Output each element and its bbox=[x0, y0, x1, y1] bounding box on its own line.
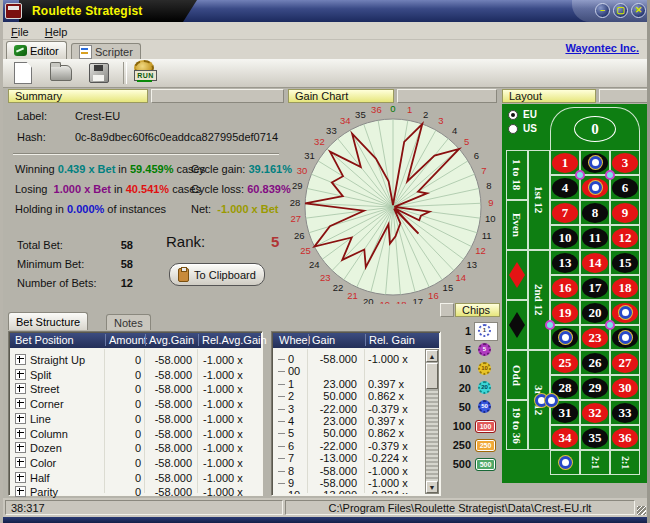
menu-item-file[interactable]: File bbox=[3, 24, 37, 38]
table-number-8[interactable]: 8 bbox=[580, 200, 610, 225]
new-button[interactable] bbox=[9, 61, 37, 85]
bet-structure-row[interactable]: Corner0-58.000-1.000 x bbox=[9, 398, 262, 412]
table-number-13[interactable]: 13 bbox=[550, 250, 580, 275]
column-bet-3[interactable]: 2:1 bbox=[610, 450, 640, 475]
column-bet-2[interactable]: 2:1 bbox=[580, 450, 610, 475]
placed-bet-chip[interactable] bbox=[605, 170, 615, 180]
chip-option-250[interactable]: 250250 bbox=[443, 438, 499, 454]
bet-structure-row[interactable]: Straight Up0-58.000-1.000 x bbox=[9, 354, 262, 368]
resize-grip[interactable] bbox=[637, 506, 646, 515]
outside-bet-1-to-18[interactable]: 1 to 18 bbox=[506, 150, 528, 200]
table-number-30[interactable]: 30 bbox=[610, 375, 640, 400]
expand-icon[interactable] bbox=[15, 413, 26, 424]
placed-bet-chip[interactable] bbox=[559, 456, 572, 469]
placed-bet-chip[interactable] bbox=[545, 320, 555, 330]
bet-structure-row[interactable]: Column0-58.000-1.000 x bbox=[9, 428, 262, 442]
expand-icon[interactable] bbox=[15, 383, 26, 394]
expand-icon[interactable] bbox=[15, 486, 26, 497]
table-number-9[interactable]: 9 bbox=[610, 200, 640, 225]
chip-option-10[interactable]: 1010 bbox=[443, 362, 499, 378]
tab-bet-structure[interactable]: Bet Structure bbox=[8, 312, 88, 330]
expand-icon[interactable] bbox=[15, 369, 26, 380]
table-number-14[interactable]: 14 bbox=[580, 250, 610, 275]
table-number-18[interactable]: 18 bbox=[610, 275, 640, 300]
table-number-15[interactable]: 15 bbox=[610, 250, 640, 275]
bet-structure-row[interactable]: Half0-58.000-1.000 x bbox=[9, 472, 262, 486]
table-number-32[interactable]: 32 bbox=[580, 400, 610, 425]
run-button[interactable]: RUN bbox=[131, 59, 157, 83]
placed-bet-chip[interactable] bbox=[605, 320, 615, 330]
table-number-23[interactable]: 23 bbox=[580, 325, 610, 350]
placed-bet-chip[interactable] bbox=[575, 170, 585, 180]
minimize-button[interactable]: – bbox=[595, 3, 610, 18]
placed-bet-chip[interactable] bbox=[619, 306, 632, 319]
save-button[interactable] bbox=[85, 61, 113, 85]
radio-eu[interactable]: EU bbox=[508, 109, 537, 120]
brand-link[interactable]: Wayontec Inc. bbox=[565, 42, 639, 54]
expand-icon[interactable] bbox=[15, 442, 26, 453]
table-number-7[interactable]: 7 bbox=[550, 200, 580, 225]
table-number-3[interactable]: 3 bbox=[610, 150, 640, 175]
tab-scripter[interactable]: Scripter bbox=[71, 43, 141, 59]
table-number-27[interactable]: 27 bbox=[610, 350, 640, 375]
menu-item-help[interactable]: Help bbox=[37, 24, 76, 38]
placed-bet-chip[interactable] bbox=[559, 331, 572, 344]
bet-structure-row[interactable]: Street0-58.000-1.000 x bbox=[9, 383, 262, 397]
red-bet-diamond[interactable] bbox=[506, 250, 528, 300]
chip-option-20[interactable]: 2020 bbox=[443, 381, 499, 397]
radio-us[interactable]: US bbox=[508, 123, 537, 134]
table-number-26[interactable]: 26 bbox=[580, 350, 610, 375]
wheel-scrollbar[interactable]: ▲ ▼ bbox=[425, 349, 439, 494]
expand-icon[interactable] bbox=[15, 457, 26, 468]
zero-cell[interactable]: 0 bbox=[550, 107, 640, 150]
tab-notes[interactable]: Notes bbox=[106, 314, 151, 330]
expand-icon[interactable] bbox=[15, 354, 26, 365]
tab-editor[interactable]: Editor bbox=[6, 41, 67, 59]
chip-option-100[interactable]: 100100 bbox=[443, 419, 499, 435]
table-number-11[interactable]: 11 bbox=[580, 225, 610, 250]
table-number-29[interactable]: 29 bbox=[580, 375, 610, 400]
table-number-33[interactable]: 33 bbox=[610, 400, 640, 425]
expand-icon[interactable] bbox=[15, 428, 26, 439]
scroll-thumb[interactable] bbox=[426, 363, 438, 389]
wheel-number-label: 34 bbox=[340, 115, 351, 126]
chip-option-500[interactable]: 500500 bbox=[443, 457, 499, 473]
placed-bet-chip[interactable] bbox=[619, 331, 632, 344]
open-button[interactable] bbox=[47, 61, 75, 85]
bet-structure-row[interactable]: Dozen0-58.000-1.000 x bbox=[9, 442, 262, 456]
outside-bet-19-to-36[interactable]: 19 to 36 bbox=[506, 400, 528, 450]
expand-icon[interactable] bbox=[15, 472, 26, 483]
chip-option-5[interactable]: 55 bbox=[443, 343, 499, 359]
table-number-17[interactable]: 17 bbox=[580, 275, 610, 300]
chip-option-50[interactable]: 5050 bbox=[443, 400, 499, 416]
outside-bet-odd[interactable]: Odd bbox=[506, 350, 528, 400]
expand-icon[interactable] bbox=[15, 398, 26, 409]
table-number-16[interactable]: 16 bbox=[550, 275, 580, 300]
table-number-35[interactable]: 35 bbox=[580, 425, 610, 450]
scroll-up-button[interactable]: ▲ bbox=[426, 350, 438, 362]
outside-bet-even[interactable]: Even bbox=[506, 200, 528, 250]
dozen-bet-1[interactable]: 1st 12 bbox=[528, 150, 550, 250]
table-number-34[interactable]: 34 bbox=[550, 425, 580, 450]
bet-structure-row[interactable]: Split0-58.000-1.000 x bbox=[9, 369, 262, 383]
placed-bet-chip[interactable] bbox=[589, 156, 602, 169]
scroll-down-button[interactable]: ▼ bbox=[426, 481, 438, 493]
dozen-bet-2[interactable]: 2nd 12 bbox=[528, 250, 550, 350]
wheel-row[interactable]: 10-13.000-0.224 x bbox=[272, 489, 425, 494]
table-number-6[interactable]: 6 bbox=[610, 175, 640, 200]
placed-bet-chip[interactable] bbox=[589, 181, 602, 194]
black-bet-diamond[interactable] bbox=[506, 300, 528, 350]
bet-structure-row[interactable]: Line0-58.000-1.000 x bbox=[9, 413, 262, 427]
chip-option-1[interactable]: 11 bbox=[443, 324, 499, 340]
placed-bet-chip[interactable] bbox=[545, 394, 558, 407]
table-number-4[interactable]: 4 bbox=[550, 175, 580, 200]
table-number-10[interactable]: 10 bbox=[550, 225, 580, 250]
table-number-12[interactable]: 12 bbox=[610, 225, 640, 250]
table-number-25[interactable]: 25 bbox=[550, 350, 580, 375]
table-number-36[interactable]: 36 bbox=[610, 425, 640, 450]
table-number-19[interactable]: 19 bbox=[550, 300, 580, 325]
close-button[interactable]: ✕ bbox=[631, 3, 646, 18]
bet-structure-row[interactable]: Color0-58.000-1.000 x bbox=[9, 457, 262, 471]
maximize-button[interactable]: ▢ bbox=[613, 3, 628, 18]
to-clipboard-button[interactable]: To Clipboard bbox=[169, 263, 265, 286]
